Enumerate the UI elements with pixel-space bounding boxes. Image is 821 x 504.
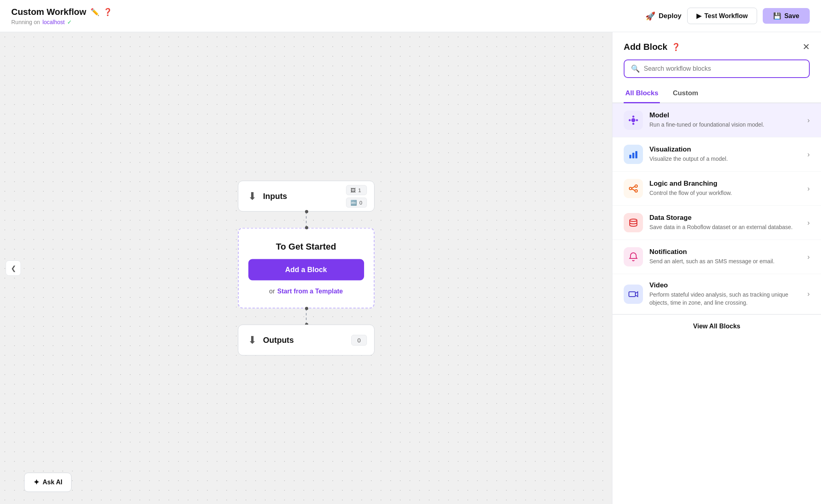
inputs-node: ⬇ Inputs 🖼 1 🔤 0 bbox=[238, 181, 375, 212]
block-info: Video Perform stateful video analysis, s… bbox=[649, 281, 801, 307]
svg-rect-14 bbox=[629, 292, 635, 297]
svg-point-9 bbox=[635, 185, 637, 187]
chevron-right-icon: › bbox=[807, 253, 810, 261]
add-block-button[interactable]: Add a Block bbox=[248, 259, 364, 281]
tab-custom[interactable]: Custom bbox=[671, 84, 700, 103]
view-all-blocks-button[interactable]: View All Blocks bbox=[612, 314, 821, 338]
block-name: Visualization bbox=[649, 145, 801, 154]
block-name: Data Storage bbox=[649, 214, 801, 222]
block-info: Visualization Visualize the output of a … bbox=[649, 145, 801, 163]
inputs-icon: ⬇ bbox=[248, 190, 257, 203]
outputs-node-title: Outputs bbox=[263, 336, 294, 345]
edit-title-button[interactable]: ✏️ bbox=[90, 8, 99, 16]
header-right: 🚀 Deploy ▶ Test Workflow 💾 Save bbox=[645, 8, 810, 24]
workflow-title: Custom Workflow bbox=[11, 7, 86, 17]
get-started-node: To Get Started Add a Block or Start from… bbox=[238, 228, 375, 309]
block-description: Save data in a Roboflow dataset or an ex… bbox=[649, 223, 801, 232]
search-icon: 🔍 bbox=[631, 64, 640, 73]
save-button[interactable]: 💾 Save bbox=[763, 8, 810, 24]
add-block-panel: Add Block ❓ ✕ 🔍 All Blocks Custom Model … bbox=[612, 32, 821, 504]
or-text: or bbox=[269, 288, 275, 295]
block-icon-data-storage bbox=[624, 213, 643, 232]
start-from-template-link[interactable]: Start from a Template bbox=[277, 288, 343, 295]
block-info: Model Run a fine-tuned or foundational v… bbox=[649, 111, 801, 129]
collapse-sidebar-button[interactable]: ❮ bbox=[6, 260, 21, 276]
chevron-right-icon: › bbox=[807, 116, 810, 125]
outputs-node: ⬇ Outputs 0 bbox=[238, 325, 375, 356]
block-info: Notification Send an alert, such as an S… bbox=[649, 248, 801, 266]
svg-point-10 bbox=[635, 190, 637, 192]
block-item[interactable]: Data Storage Save data in a Roboflow dat… bbox=[612, 206, 821, 240]
svg-rect-7 bbox=[635, 151, 637, 158]
block-description: Control the flow of your workflow. bbox=[649, 189, 801, 197]
svg-point-8 bbox=[629, 187, 632, 190]
panel-help-icon[interactable]: ❓ bbox=[672, 43, 680, 51]
panel-header: Add Block ❓ ✕ bbox=[612, 32, 821, 52]
header: Custom Workflow ✏️ ❓ Running on localhos… bbox=[0, 0, 821, 32]
svg-point-4 bbox=[636, 119, 638, 121]
image-icon: 🖼 bbox=[350, 187, 356, 193]
save-icon: 💾 bbox=[773, 12, 781, 20]
block-description: Send an alert, such as an SMS message or… bbox=[649, 258, 801, 266]
svg-point-3 bbox=[629, 119, 631, 121]
inputs-node-title: Inputs bbox=[263, 192, 287, 201]
panel-title: Add Block bbox=[624, 42, 667, 52]
header-subtitle: Running on localhost ✓ bbox=[11, 19, 112, 25]
block-name: Notification bbox=[649, 248, 801, 256]
svg-point-1 bbox=[633, 116, 635, 118]
help-button[interactable]: ❓ bbox=[103, 8, 112, 16]
image-badge: 🖼 1 bbox=[346, 185, 366, 195]
chevron-right-icon: › bbox=[807, 219, 810, 227]
panel-title-row: Add Block ❓ bbox=[624, 42, 680, 52]
svg-point-2 bbox=[633, 123, 635, 125]
block-icon-notification bbox=[624, 247, 643, 266]
block-item[interactable]: Logic and Branching Control the flow of … bbox=[612, 172, 821, 206]
header-title-row: Custom Workflow ✏️ ❓ bbox=[11, 7, 112, 17]
host-label: localhost bbox=[43, 19, 65, 25]
block-list-inner: Model Run a fine-tuned or foundational v… bbox=[612, 103, 821, 314]
chevron-left-icon: ❮ bbox=[11, 264, 16, 272]
panel-tabs: All Blocks Custom bbox=[612, 84, 821, 103]
nodes-container: ⬇ Inputs 🖼 1 🔤 0 To Get bbox=[238, 181, 375, 356]
block-name: Model bbox=[649, 111, 801, 119]
svg-rect-5 bbox=[629, 155, 631, 158]
svg-rect-6 bbox=[633, 153, 635, 158]
block-description: Run a fine-tuned or foundational vision … bbox=[649, 121, 801, 129]
header-left: Custom Workflow ✏️ ❓ Running on localhos… bbox=[11, 7, 112, 25]
host-check-icon: ✓ bbox=[67, 19, 72, 25]
block-item[interactable]: Video Perform stateful video analysis, s… bbox=[612, 274, 821, 314]
block-icon-logic-and-branching bbox=[624, 179, 643, 198]
svg-line-12 bbox=[632, 189, 635, 191]
inputs-badges: 🖼 1 🔤 0 bbox=[346, 185, 366, 207]
outputs-node-header: ⬇ Outputs bbox=[248, 334, 364, 346]
connector-top bbox=[306, 212, 307, 228]
play-icon: ▶ bbox=[696, 12, 701, 20]
block-item[interactable]: Notification Send an alert, such as an S… bbox=[612, 240, 821, 274]
block-list: Model Run a fine-tuned or foundational v… bbox=[612, 103, 821, 504]
block-description: Perform stateful video analysis, such as… bbox=[649, 291, 801, 307]
get-started-title: To Get Started bbox=[276, 242, 336, 252]
block-item[interactable]: Visualization Visualize the output of a … bbox=[612, 137, 821, 172]
rocket-icon: 🚀 bbox=[645, 11, 655, 21]
panel-close-button[interactable]: ✕ bbox=[803, 42, 810, 52]
workflow-canvas[interactable]: ❮ ⬇ Inputs 🖼 1 🔤 0 bbox=[0, 32, 612, 504]
search-input[interactable] bbox=[644, 65, 803, 72]
chevron-right-icon: › bbox=[807, 290, 810, 298]
ask-ai-button[interactable]: ✦ Ask AI bbox=[24, 473, 72, 492]
running-on-label: Running on bbox=[11, 19, 40, 25]
svg-line-11 bbox=[632, 186, 635, 188]
deploy-button[interactable]: 🚀 Deploy bbox=[645, 11, 682, 21]
block-icon-video bbox=[624, 285, 643, 304]
main-layout: ❮ ⬇ Inputs 🖼 1 🔤 0 bbox=[0, 32, 821, 504]
test-workflow-button[interactable]: ▶ Test Workflow bbox=[687, 8, 757, 24]
block-icon-visualization bbox=[624, 145, 643, 164]
text-badge: 🔤 0 bbox=[346, 197, 366, 207]
block-item[interactable]: Model Run a fine-tuned or foundational v… bbox=[612, 103, 821, 137]
block-description: Visualize the output of a model. bbox=[649, 155, 801, 163]
tab-all-blocks[interactable]: All Blocks bbox=[624, 84, 660, 103]
outputs-icon: ⬇ bbox=[248, 334, 257, 346]
svg-point-0 bbox=[631, 118, 635, 122]
block-info: Logic and Branching Control the flow of … bbox=[649, 180, 801, 197]
sparkle-icon: ✦ bbox=[33, 478, 39, 487]
block-info: Data Storage Save data in a Roboflow dat… bbox=[649, 214, 801, 232]
